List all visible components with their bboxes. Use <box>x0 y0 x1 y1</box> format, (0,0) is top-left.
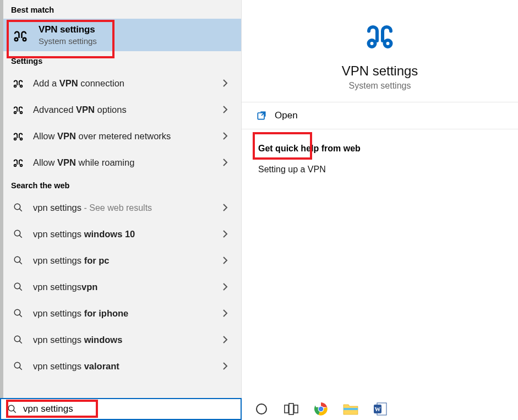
open-icon <box>256 110 267 121</box>
taskbar: W <box>242 398 518 420</box>
settings-result-item[interactable]: Add a VPN connection <box>3 70 241 96</box>
vpn-icon <box>11 155 25 170</box>
svg-rect-31 <box>289 403 293 414</box>
settings-result-label: Add a VPN connection <box>33 78 220 89</box>
svg-point-35 <box>319 407 324 412</box>
settings-result-label: Advanced VPN options <box>33 105 220 115</box>
preview-subtitle: System settings <box>253 81 507 91</box>
svg-point-27 <box>8 405 14 411</box>
svg-line-17 <box>19 288 22 291</box>
settings-result-item[interactable]: Allow VPN over metered networks <box>3 123 241 149</box>
svg-line-19 <box>19 314 22 317</box>
svg-rect-36 <box>343 408 358 410</box>
search-icon <box>11 253 25 268</box>
chevron-right-icon <box>220 230 230 238</box>
chevron-right-icon <box>220 132 230 140</box>
svg-line-15 <box>19 261 22 264</box>
section-best-match-header: Best match <box>3 0 241 19</box>
task-view-icon[interactable] <box>283 401 299 417</box>
word-icon[interactable]: W <box>373 401 388 417</box>
quick-help-section: Get quick help from web Setting up a VPN <box>242 129 518 189</box>
search-icon <box>11 280 25 294</box>
web-result-label: vpn settings for pc <box>33 255 220 266</box>
svg-point-14 <box>14 257 20 263</box>
settings-result-label: Allow VPN over metered networks <box>33 131 220 141</box>
svg-line-11 <box>19 209 22 211</box>
svg-point-4 <box>14 112 17 114</box>
cortana-icon[interactable] <box>254 401 269 417</box>
chevron-right-icon <box>220 335 230 344</box>
settings-result-item[interactable]: Advanced VPN options <box>3 96 241 123</box>
svg-rect-32 <box>294 405 298 413</box>
svg-point-9 <box>20 165 23 167</box>
chrome-icon[interactable] <box>313 401 329 417</box>
best-match-title: VPN settings <box>39 24 97 35</box>
best-match-subtitle: System settings <box>39 36 97 46</box>
svg-point-18 <box>14 309 20 315</box>
section-settings-header: Settings <box>3 51 241 70</box>
svg-line-21 <box>19 341 22 343</box>
svg-point-29 <box>257 404 266 414</box>
chevron-right-icon <box>220 362 230 370</box>
svg-point-1 <box>23 37 26 41</box>
best-match-result[interactable]: VPN settings System settings <box>3 19 241 51</box>
svg-point-20 <box>14 336 20 342</box>
vpn-icon <box>362 19 398 52</box>
web-result-label: vpn settings valorant <box>33 361 220 372</box>
quick-help-heading: Get quick help from web <box>258 144 501 154</box>
svg-line-13 <box>19 235 22 238</box>
svg-point-25 <box>385 40 391 47</box>
web-result-item[interactable]: vpn settings valorant <box>3 353 241 379</box>
svg-point-12 <box>14 230 20 236</box>
search-icon <box>7 403 18 414</box>
svg-point-5 <box>20 112 23 114</box>
web-result-item[interactable]: vpn settings - See web results <box>3 194 241 221</box>
search-results-panel: Best match VPN settings System settings … <box>0 0 242 398</box>
chevron-right-icon <box>220 256 230 265</box>
web-result-label: vpn settings windows <box>33 335 220 345</box>
svg-point-8 <box>14 165 17 167</box>
open-button[interactable]: Open <box>242 102 311 129</box>
web-result-item[interactable]: vpn settings for iphone <box>3 300 241 326</box>
web-result-item[interactable]: vpn settings windows 10 <box>3 221 241 247</box>
search-input[interactable] <box>23 403 236 414</box>
svg-point-3 <box>20 85 23 88</box>
web-result-item[interactable]: vpn settings for pc <box>3 247 241 274</box>
svg-point-6 <box>14 138 17 140</box>
file-explorer-icon[interactable] <box>343 401 358 417</box>
web-result-label: vpn settingsvpn <box>33 282 220 292</box>
preview-title: VPN settings <box>253 63 507 79</box>
search-bar[interactable] <box>0 398 242 420</box>
web-result-item[interactable]: vpn settings windows <box>3 326 241 353</box>
chevron-right-icon <box>220 282 230 291</box>
open-button-label: Open <box>275 110 298 121</box>
chevron-right-icon <box>220 158 230 167</box>
settings-results-list: Add a VPN connectionAdvanced VPN options… <box>3 70 241 176</box>
svg-point-16 <box>14 283 20 289</box>
search-icon <box>11 332 25 347</box>
vpn-icon <box>11 26 30 45</box>
svg-point-10 <box>14 204 20 210</box>
svg-text:W: W <box>375 406 381 412</box>
svg-point-2 <box>14 85 17 88</box>
chevron-right-icon <box>220 309 230 318</box>
vpn-icon <box>11 76 25 90</box>
web-result-item[interactable]: vpn settingsvpn <box>3 274 241 300</box>
search-icon <box>11 359 25 373</box>
web-result-label: vpn settings windows 10 <box>33 229 220 239</box>
chevron-right-icon <box>220 79 230 88</box>
svg-line-28 <box>13 410 16 413</box>
preview-header: VPN settings System settings <box>242 0 518 102</box>
quick-help-link[interactable]: Setting up a VPN <box>258 165 501 174</box>
chevron-right-icon <box>220 105 230 114</box>
web-result-label: vpn settings for iphone <box>33 308 220 319</box>
section-web-header: Search the web <box>3 176 241 194</box>
web-result-label: vpn settings - See web results <box>33 203 220 213</box>
search-icon <box>11 306 25 320</box>
vpn-icon <box>11 129 25 143</box>
settings-result-item[interactable]: Allow VPN while roaming <box>3 149 241 176</box>
svg-rect-30 <box>285 405 288 413</box>
chevron-right-icon <box>220 203 230 212</box>
svg-point-7 <box>20 138 23 140</box>
svg-point-24 <box>369 40 375 47</box>
